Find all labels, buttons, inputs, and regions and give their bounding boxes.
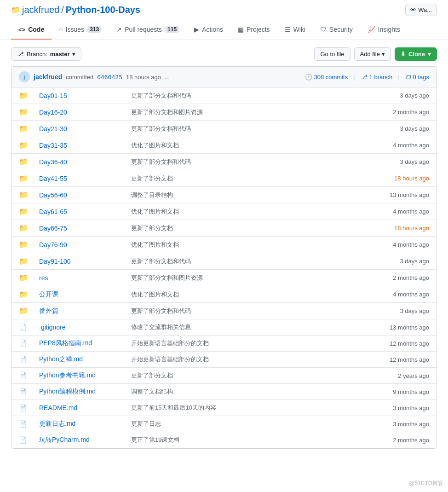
- file-icon-cell: 📁: [11, 154, 32, 170]
- commit-author[interactable]: jackfrued: [34, 73, 62, 81]
- watch-button[interactable]: 👁 Wa...: [405, 4, 437, 16]
- file-commit-cell: 调整了目录结构: [124, 187, 326, 203]
- stat-sep1: |: [353, 74, 355, 81]
- table-row: 📁Day61-65优化了图片和文档4 months ago: [11, 203, 437, 220]
- download-icon: ⬇: [401, 51, 406, 58]
- file-name-cell: Day61-65: [32, 203, 124, 220]
- file-name-link[interactable]: README.md: [39, 404, 77, 411]
- tab-projects[interactable]: ▦ Projects: [230, 20, 277, 40]
- folder-icon: 📁: [19, 290, 28, 298]
- repo-name[interactable]: Python-100-Days: [66, 5, 140, 15]
- file-name-link[interactable]: Python之禅.md: [39, 355, 83, 363]
- tab-issues-label: Issues: [66, 26, 84, 33]
- file-name-link[interactable]: 公开课: [39, 290, 58, 298]
- file-name-link[interactable]: Python编程模例.md: [39, 388, 96, 395]
- file-name-link[interactable]: 玩转PyCharm.md: [39, 436, 90, 443]
- file-icon-cell: 📁: [11, 303, 32, 319]
- tags-link[interactable]: 🏷 0 tags: [405, 74, 429, 81]
- avatar: j: [19, 71, 30, 82]
- file-commit-cell: 更新了部分文档和代码: [124, 303, 326, 319]
- wiki-icon: ☰: [285, 26, 291, 33]
- folder-icon: 📁: [19, 108, 28, 116]
- tab-projects-label: Projects: [247, 26, 270, 33]
- tab-pull-requests[interactable]: ↗ Pull requests 115: [109, 20, 187, 40]
- table-row: 📁公开课优化了图片和文档4 months ago: [11, 286, 437, 303]
- file-name-link[interactable]: Day31-35: [39, 142, 67, 149]
- branches-count: 1 branch: [369, 74, 393, 81]
- commit-more[interactable]: ...: [165, 74, 170, 81]
- file-time-cell: 2 months ago: [326, 104, 437, 121]
- file-commit-cell: 更新了部分文档和图片资源: [124, 104, 326, 121]
- file-name-link[interactable]: Python参考书籍.md: [39, 371, 96, 379]
- file-name-cell: Day16-20: [32, 104, 124, 121]
- tab-security-label: Security: [329, 26, 353, 33]
- file-name-link[interactable]: 番外篇: [39, 307, 58, 314]
- file-name-link[interactable]: Day41-55: [39, 175, 67, 182]
- folder-icon: 📁: [19, 224, 28, 232]
- file-time-cell: 13 months ago: [326, 319, 437, 336]
- file-commit-cell: 更新了前15天和最后10天的内容: [124, 400, 326, 416]
- file-time-cell: 2 years ago: [326, 368, 437, 384]
- file-name-link[interactable]: 更新日志.md: [39, 420, 75, 427]
- file-doc-icon: 📄: [19, 404, 27, 411]
- file-name-link[interactable]: Day36-40: [39, 158, 67, 166]
- chevron-down-icon: ▾: [72, 51, 75, 58]
- file-name-link[interactable]: res: [39, 274, 48, 282]
- file-name-link[interactable]: Day61-65: [39, 208, 67, 215]
- branches-link[interactable]: ⎇ 1 branch: [361, 74, 393, 81]
- folder-icon: 📁: [19, 274, 28, 282]
- repo-box: j jackfrued committed 0460425 18 hours a…: [11, 66, 437, 449]
- file-name-link[interactable]: Day21-30: [39, 125, 67, 133]
- stat-sep2: |: [398, 74, 399, 81]
- code-icon: <>: [18, 26, 25, 33]
- file-name-link[interactable]: Day01-15: [39, 92, 67, 99]
- commit-bar-left: j jackfrued committed 0460425 18 hours a…: [19, 71, 170, 82]
- file-time-cell: 12 months ago: [326, 352, 437, 368]
- file-name-link[interactable]: Day16-20: [39, 109, 67, 116]
- goto-file-button[interactable]: Go to file: [314, 47, 350, 61]
- branch-button[interactable]: ⎇ Branch: master ▾: [11, 47, 81, 61]
- table-row: 📄PEP8风格指南.md开始更新语言基础部分的文档12 months ago: [11, 336, 437, 352]
- tags-count: 0 tags: [413, 74, 429, 81]
- branch-prefix: Branch:: [27, 51, 47, 58]
- file-name-link[interactable]: Day66-75: [39, 225, 67, 232]
- commit-hash[interactable]: 0460425: [97, 74, 122, 81]
- table-row: 📄更新日志.md更新了日志3 months ago: [11, 416, 437, 432]
- file-name-link[interactable]: PEP8风格指南.md: [39, 339, 92, 347]
- file-commit-cell: 更新了部分文档和代码: [124, 154, 326, 170]
- file-commit-cell: 更新了部分文档: [124, 368, 326, 384]
- file-name-cell: Day56-60: [32, 187, 124, 203]
- tab-actions[interactable]: ▶ Actions: [187, 20, 230, 40]
- file-time-cell: 3 months ago: [326, 400, 437, 416]
- tab-insights[interactable]: 📈 Insights: [360, 20, 408, 40]
- commit-bar-right: 🕐 308 commits | ⎇ 1 branch | 🏷 0 tags: [305, 74, 430, 81]
- file-icon-cell: 📁: [11, 286, 32, 303]
- add-file-button[interactable]: Add file ▾: [354, 47, 391, 61]
- tab-security[interactable]: 🛡 Security: [313, 20, 360, 40]
- tab-pr-label: Pull requests: [125, 26, 162, 33]
- file-name-link[interactable]: Day56-60: [39, 191, 67, 199]
- repo-owner[interactable]: jackfrued: [22, 5, 59, 15]
- folder-icon: 📁: [19, 257, 28, 265]
- tab-actions-label: Actions: [202, 26, 223, 33]
- file-commit-cell: 更正了第19课文档: [124, 432, 326, 448]
- file-name-link[interactable]: Day91-100: [39, 258, 71, 265]
- file-time-cell: 9 months ago: [326, 384, 437, 400]
- tab-code[interactable]: <> Code: [11, 20, 52, 40]
- file-icon-cell: 📄: [11, 319, 32, 336]
- file-name-link[interactable]: .gitignore: [39, 324, 66, 331]
- file-time-cell: 4 months ago: [326, 237, 437, 253]
- tab-wiki[interactable]: ☰ Wiki: [277, 20, 313, 40]
- file-icon-cell: 📁: [11, 104, 32, 121]
- commit-bar: j jackfrued committed 0460425 18 hours a…: [11, 67, 437, 87]
- tab-issues[interactable]: ○ Issues 313: [52, 20, 109, 40]
- table-row: 📁Day91-100更新了部分文档和代码3 days ago: [11, 253, 437, 270]
- table-row: 📄Python之禅.md开始更新语言基础部分的文档12 months ago: [11, 352, 437, 368]
- table-row: 📁Day41-55更新了部分文档18 hours ago: [11, 170, 437, 187]
- file-icon-cell: 📄: [11, 384, 32, 400]
- clone-button[interactable]: ⬇ Clone ▾: [395, 47, 437, 61]
- commits-link[interactable]: 🕐 308 commits: [305, 74, 348, 81]
- file-name-link[interactable]: Day76-90: [39, 241, 67, 249]
- commit-action: committed: [66, 74, 93, 81]
- pr-badge: 115: [165, 26, 179, 33]
